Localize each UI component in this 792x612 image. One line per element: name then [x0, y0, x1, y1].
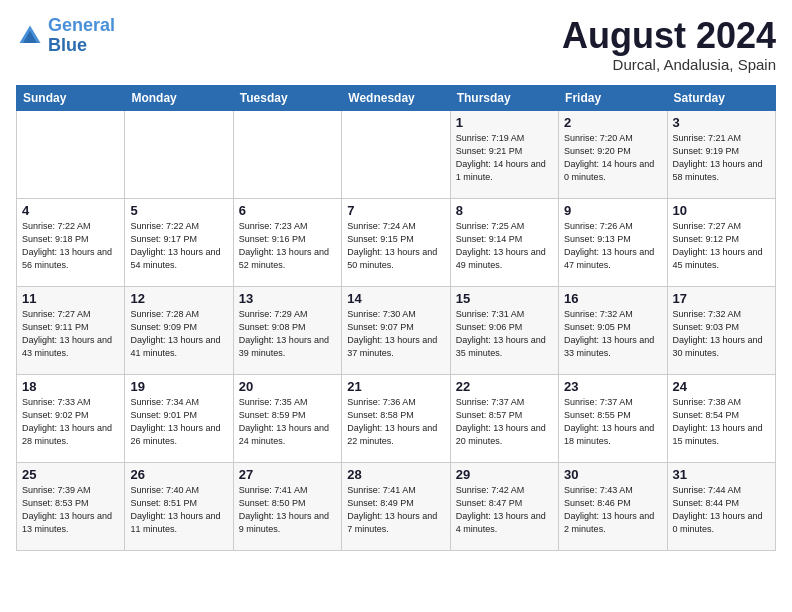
calendar-cell-w4d3: 28Sunrise: 7:41 AM Sunset: 8:49 PM Dayli…: [342, 462, 450, 550]
day-number: 18: [22, 379, 119, 394]
day-number: 5: [130, 203, 227, 218]
calendar-cell-w3d3: 21Sunrise: 7:36 AM Sunset: 8:58 PM Dayli…: [342, 374, 450, 462]
day-number: 31: [673, 467, 770, 482]
day-number: 3: [673, 115, 770, 130]
day-info: Sunrise: 7:41 AM Sunset: 8:50 PM Dayligh…: [239, 484, 336, 536]
day-info: Sunrise: 7:28 AM Sunset: 9:09 PM Dayligh…: [130, 308, 227, 360]
day-info: Sunrise: 7:42 AM Sunset: 8:47 PM Dayligh…: [456, 484, 553, 536]
calendar-cell-w0d2: [233, 110, 341, 198]
title-block: August 2024 Durcal, Andalusia, Spain: [562, 16, 776, 73]
calendar-cell-w0d1: [125, 110, 233, 198]
calendar-cell-w2d0: 11Sunrise: 7:27 AM Sunset: 9:11 PM Dayli…: [17, 286, 125, 374]
day-info: Sunrise: 7:29 AM Sunset: 9:08 PM Dayligh…: [239, 308, 336, 360]
calendar-cell-w1d2: 6Sunrise: 7:23 AM Sunset: 9:16 PM Daylig…: [233, 198, 341, 286]
month-year: August 2024: [562, 16, 776, 56]
day-number: 6: [239, 203, 336, 218]
day-info: Sunrise: 7:35 AM Sunset: 8:59 PM Dayligh…: [239, 396, 336, 448]
calendar-cell-w2d1: 12Sunrise: 7:28 AM Sunset: 9:09 PM Dayli…: [125, 286, 233, 374]
day-number: 25: [22, 467, 119, 482]
day-number: 23: [564, 379, 661, 394]
day-number: 22: [456, 379, 553, 394]
weekday-header-sunday: Sunday: [17, 85, 125, 110]
day-number: 19: [130, 379, 227, 394]
day-number: 4: [22, 203, 119, 218]
day-info: Sunrise: 7:30 AM Sunset: 9:07 PM Dayligh…: [347, 308, 444, 360]
day-info: Sunrise: 7:31 AM Sunset: 9:06 PM Dayligh…: [456, 308, 553, 360]
day-info: Sunrise: 7:32 AM Sunset: 9:03 PM Dayligh…: [673, 308, 770, 360]
day-number: 16: [564, 291, 661, 306]
calendar-cell-w1d0: 4Sunrise: 7:22 AM Sunset: 9:18 PM Daylig…: [17, 198, 125, 286]
weekday-header-saturday: Saturday: [667, 85, 775, 110]
location: Durcal, Andalusia, Spain: [562, 56, 776, 73]
calendar-table: SundayMondayTuesdayWednesdayThursdayFrid…: [16, 85, 776, 551]
day-info: Sunrise: 7:39 AM Sunset: 8:53 PM Dayligh…: [22, 484, 119, 536]
day-info: Sunrise: 7:43 AM Sunset: 8:46 PM Dayligh…: [564, 484, 661, 536]
weekday-header-tuesday: Tuesday: [233, 85, 341, 110]
day-info: Sunrise: 7:27 AM Sunset: 9:11 PM Dayligh…: [22, 308, 119, 360]
calendar-cell-w4d2: 27Sunrise: 7:41 AM Sunset: 8:50 PM Dayli…: [233, 462, 341, 550]
day-number: 17: [673, 291, 770, 306]
weekday-header-thursday: Thursday: [450, 85, 558, 110]
calendar-cell-w4d6: 31Sunrise: 7:44 AM Sunset: 8:44 PM Dayli…: [667, 462, 775, 550]
day-number: 2: [564, 115, 661, 130]
calendar-cell-w3d1: 19Sunrise: 7:34 AM Sunset: 9:01 PM Dayli…: [125, 374, 233, 462]
day-number: 27: [239, 467, 336, 482]
calendar-cell-w0d6: 3Sunrise: 7:21 AM Sunset: 9:19 PM Daylig…: [667, 110, 775, 198]
day-info: Sunrise: 7:27 AM Sunset: 9:12 PM Dayligh…: [673, 220, 770, 272]
calendar-cell-w4d4: 29Sunrise: 7:42 AM Sunset: 8:47 PM Dayli…: [450, 462, 558, 550]
day-number: 1: [456, 115, 553, 130]
day-info: Sunrise: 7:44 AM Sunset: 8:44 PM Dayligh…: [673, 484, 770, 536]
calendar-cell-w2d2: 13Sunrise: 7:29 AM Sunset: 9:08 PM Dayli…: [233, 286, 341, 374]
day-info: Sunrise: 7:19 AM Sunset: 9:21 PM Dayligh…: [456, 132, 553, 184]
calendar-cell-w3d2: 20Sunrise: 7:35 AM Sunset: 8:59 PM Dayli…: [233, 374, 341, 462]
day-info: Sunrise: 7:22 AM Sunset: 9:17 PM Dayligh…: [130, 220, 227, 272]
weekday-header-wednesday: Wednesday: [342, 85, 450, 110]
day-info: Sunrise: 7:22 AM Sunset: 9:18 PM Dayligh…: [22, 220, 119, 272]
day-info: Sunrise: 7:33 AM Sunset: 9:02 PM Dayligh…: [22, 396, 119, 448]
day-number: 28: [347, 467, 444, 482]
day-number: 15: [456, 291, 553, 306]
calendar-cell-w0d3: [342, 110, 450, 198]
calendar-cell-w0d5: 2Sunrise: 7:20 AM Sunset: 9:20 PM Daylig…: [559, 110, 667, 198]
calendar-cell-w3d0: 18Sunrise: 7:33 AM Sunset: 9:02 PM Dayli…: [17, 374, 125, 462]
calendar-cell-w4d5: 30Sunrise: 7:43 AM Sunset: 8:46 PM Dayli…: [559, 462, 667, 550]
day-info: Sunrise: 7:25 AM Sunset: 9:14 PM Dayligh…: [456, 220, 553, 272]
day-info: Sunrise: 7:34 AM Sunset: 9:01 PM Dayligh…: [130, 396, 227, 448]
day-number: 20: [239, 379, 336, 394]
day-info: Sunrise: 7:23 AM Sunset: 9:16 PM Dayligh…: [239, 220, 336, 272]
calendar-cell-w2d3: 14Sunrise: 7:30 AM Sunset: 9:07 PM Dayli…: [342, 286, 450, 374]
calendar-cell-w3d6: 24Sunrise: 7:38 AM Sunset: 8:54 PM Dayli…: [667, 374, 775, 462]
calendar-cell-w1d6: 10Sunrise: 7:27 AM Sunset: 9:12 PM Dayli…: [667, 198, 775, 286]
day-number: 30: [564, 467, 661, 482]
day-info: Sunrise: 7:26 AM Sunset: 9:13 PM Dayligh…: [564, 220, 661, 272]
day-number: 21: [347, 379, 444, 394]
day-number: 24: [673, 379, 770, 394]
logo-text: General Blue: [48, 16, 115, 56]
calendar-cell-w1d4: 8Sunrise: 7:25 AM Sunset: 9:14 PM Daylig…: [450, 198, 558, 286]
calendar-cell-w1d5: 9Sunrise: 7:26 AM Sunset: 9:13 PM Daylig…: [559, 198, 667, 286]
calendar-cell-w2d4: 15Sunrise: 7:31 AM Sunset: 9:06 PM Dayli…: [450, 286, 558, 374]
page-header: General Blue August 2024 Durcal, Andalus…: [16, 16, 776, 73]
calendar-cell-w0d4: 1Sunrise: 7:19 AM Sunset: 9:21 PM Daylig…: [450, 110, 558, 198]
calendar-cell-w3d4: 22Sunrise: 7:37 AM Sunset: 8:57 PM Dayli…: [450, 374, 558, 462]
day-number: 14: [347, 291, 444, 306]
day-number: 8: [456, 203, 553, 218]
calendar-cell-w1d1: 5Sunrise: 7:22 AM Sunset: 9:17 PM Daylig…: [125, 198, 233, 286]
calendar-cell-w1d3: 7Sunrise: 7:24 AM Sunset: 9:15 PM Daylig…: [342, 198, 450, 286]
day-info: Sunrise: 7:37 AM Sunset: 8:57 PM Dayligh…: [456, 396, 553, 448]
day-number: 13: [239, 291, 336, 306]
day-number: 10: [673, 203, 770, 218]
weekday-header-friday: Friday: [559, 85, 667, 110]
weekday-header-monday: Monday: [125, 85, 233, 110]
day-info: Sunrise: 7:37 AM Sunset: 8:55 PM Dayligh…: [564, 396, 661, 448]
day-number: 26: [130, 467, 227, 482]
day-info: Sunrise: 7:40 AM Sunset: 8:51 PM Dayligh…: [130, 484, 227, 536]
calendar-cell-w2d6: 17Sunrise: 7:32 AM Sunset: 9:03 PM Dayli…: [667, 286, 775, 374]
day-info: Sunrise: 7:21 AM Sunset: 9:19 PM Dayligh…: [673, 132, 770, 184]
day-info: Sunrise: 7:20 AM Sunset: 9:20 PM Dayligh…: [564, 132, 661, 184]
day-info: Sunrise: 7:24 AM Sunset: 9:15 PM Dayligh…: [347, 220, 444, 272]
calendar-cell-w2d5: 16Sunrise: 7:32 AM Sunset: 9:05 PM Dayli…: [559, 286, 667, 374]
day-info: Sunrise: 7:32 AM Sunset: 9:05 PM Dayligh…: [564, 308, 661, 360]
calendar-cell-w0d0: [17, 110, 125, 198]
day-number: 29: [456, 467, 553, 482]
